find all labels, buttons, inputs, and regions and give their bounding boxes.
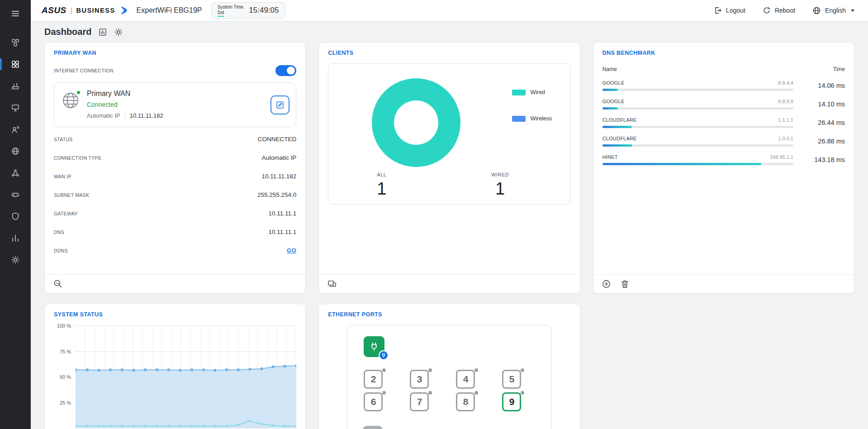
dns-latency-bar-fill [602, 163, 761, 165]
lan-port-8[interactable]: 8 [456, 392, 475, 411]
lan-port-number: 5 [502, 370, 521, 389]
dashboard-grid: PRIMARY WAN INTERNET CONNECTION Primary … [31, 41, 868, 429]
topbar: ASUS | BUSINESS ExpertWiFi EBG19P System… [31, 0, 868, 21]
edit-wan-button[interactable] [270, 95, 289, 114]
wan-detail-rows: STATUSCONNECTEDCONNECTION TYPEAutomatic … [54, 130, 296, 260]
dns-server-name: CLOUDFLARE [602, 117, 637, 123]
stat-wired-value: 1 [491, 179, 509, 199]
dns-server-ip: 168.95.1.1 [770, 154, 793, 160]
dashboard-settings-icon[interactable] [114, 28, 123, 37]
logout-icon [714, 6, 722, 14]
dns-latency-value: 26.44 ms [798, 119, 845, 126]
dns-server-row: CLOUDFLARE1.0.0.126.88 ms [602, 136, 845, 147]
dns-server-name: GOOGLE [602, 80, 625, 86]
lan-port-9[interactable]: 9 [502, 392, 521, 411]
dns-server-row: CLOUDFLARE1.1.1.126.44 ms [602, 117, 845, 128]
wan-port-1[interactable] [364, 336, 384, 357]
legend-swatch-wired [512, 90, 526, 95]
wan-detail-row: STATUSCONNECTED [54, 130, 296, 148]
dns-latency-bar-track [602, 163, 793, 165]
wan-row-value: 10.11.11.1 [269, 210, 297, 217]
internet-connection-label: INTERNET CONNECTION [54, 68, 114, 73]
ddns-go-link[interactable]: GO [287, 247, 296, 254]
dns-latency-bar-track [602, 107, 793, 110]
delete-dns-server-icon[interactable] [620, 279, 630, 289]
lan-port-4[interactable]: 4 [456, 370, 475, 389]
sdn-icon[interactable] [6, 164, 24, 182]
wan-row-label: SUBNET MASK [54, 192, 89, 198]
brand-divider: | [71, 7, 72, 14]
legend-item-wireless: Wireless [512, 115, 552, 122]
dns-server-name: HINET [602, 154, 618, 160]
wan-globe-icon [62, 91, 80, 111]
wan-ip-summary: 10.11.11.182 [130, 112, 163, 119]
settings-icon[interactable] [6, 251, 24, 269]
network-devices-icon[interactable] [6, 77, 24, 95]
wan-detail-row: CONNECTION TYPEAutomatic IP [54, 148, 296, 167]
sidebar-nav [6, 33, 24, 269]
report-icon[interactable] [98, 28, 107, 37]
dns-server-name: CLOUDFLARE [602, 136, 637, 141]
lan-port-2[interactable]: 2 [364, 370, 383, 389]
dns-latency-value: 14.06 ms [798, 82, 845, 89]
port-status-dot [382, 391, 386, 395]
dns-server-ip: 8.8.8.8 [778, 99, 793, 104]
add-dns-server-icon[interactable] [602, 279, 611, 289]
wan-badge-icon [379, 350, 389, 360]
lan-port-5[interactable]: 5 [502, 370, 521, 389]
system-status-chart [76, 324, 296, 429]
reboot-label: Reboot [775, 7, 795, 14]
clients-title: CLIENTS [319, 43, 579, 56]
wan-row-value: 255.255.254.0 [257, 191, 296, 198]
usb-port-icon[interactable] [363, 426, 383, 429]
logout-label: Logout [726, 7, 745, 14]
dns-latency-value: 143.18 ms [798, 156, 845, 163]
ethernet-ports-title: ETHERNET PORTS [319, 304, 579, 318]
lan-port-6[interactable]: 6 [364, 392, 383, 411]
wan-status-dot [76, 91, 81, 95]
port-status-dot [474, 368, 478, 372]
wan-row-value: 10.11.11.1 [269, 229, 297, 235]
dns-latency-bar-track [602, 144, 793, 147]
clients-card: CLIENTS Wired Wireless [318, 42, 580, 294]
logout-button[interactable]: Logout [714, 6, 745, 14]
dns-server-line: GOOGLE8.8.4.4 [602, 80, 793, 86]
lan-port-number: 7 [410, 392, 429, 411]
internet-icon[interactable] [6, 142, 24, 160]
brand-logo: ASUS | BUSINESS [42, 5, 129, 15]
lan-port-3[interactable]: 3 [410, 370, 429, 389]
dns-latency-bar-fill [602, 126, 632, 128]
screen: ASUS | BUSINESS ExpertWiFi EBG19P System… [0, 0, 868, 429]
lan-port-7[interactable]: 7 [410, 392, 429, 411]
system-time-label: System Time [218, 5, 244, 10]
language-selector[interactable]: English [812, 6, 854, 15]
legend-label-wireless: Wireless [530, 115, 552, 122]
dns-server-info: CLOUDFLARE1.0.0.1 [602, 136, 793, 147]
hamburger-menu-icon[interactable] [6, 5, 24, 23]
wan-row-value: Automatic IP [262, 154, 297, 161]
client-list-icon[interactable] [327, 279, 337, 289]
dns-server-list: GOOGLE8.8.4.414.06 msGOOGLE8.8.8.814.10 … [602, 80, 845, 165]
security-icon[interactable] [6, 207, 24, 225]
dns-latency-bar-track [602, 126, 793, 128]
dashboard-icon[interactable] [6, 55, 24, 73]
guest-network-icon[interactable] [6, 120, 24, 138]
dns-benchmark-card: DNS BENCHMARK Name Time GOOGLE8.8.4.414.… [593, 42, 854, 294]
lan-port-number: 6 [364, 392, 383, 411]
port-status-dot [521, 368, 524, 372]
statistics-icon[interactable] [6, 229, 24, 247]
dns-server-ip: 1.1.1.1 [778, 117, 793, 123]
topology-icon[interactable] [6, 33, 24, 52]
dns-server-row: HINET168.95.1.1143.18 ms [602, 154, 845, 165]
primary-wan-card: PRIMARY WAN INTERNET CONNECTION Primary … [44, 42, 306, 294]
reboot-button[interactable]: Reboot [763, 6, 795, 14]
dns-server-info: CLOUDFLARE1.1.1.1 [602, 117, 793, 128]
stat-all-label: ALL [377, 172, 386, 177]
client-devices-icon[interactable] [6, 99, 24, 117]
apps-icon[interactable] [6, 186, 24, 204]
internet-connection-toggle[interactable] [275, 65, 296, 76]
divider [125, 113, 125, 119]
system-status-title: SYSTEM STATUS [45, 304, 305, 318]
dns-table-header: Name Time [602, 66, 845, 72]
network-diagnostic-icon[interactable] [53, 279, 63, 289]
